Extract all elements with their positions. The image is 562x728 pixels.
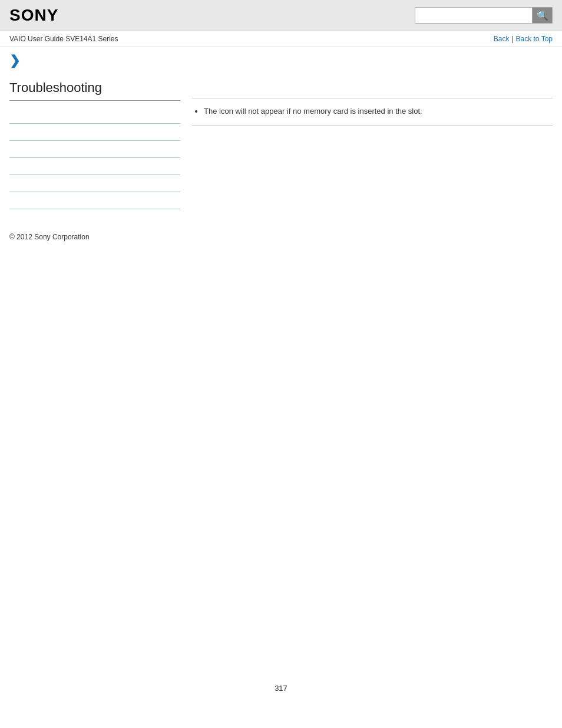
list-item <box>9 141 180 158</box>
list-item <box>9 158 180 175</box>
search-input[interactable] <box>415 7 533 24</box>
sidebar-link-4[interactable] <box>9 163 11 171</box>
sidebar-link-1[interactable] <box>9 111 11 120</box>
copyright-text: © 2012 Sony Corporation <box>9 233 90 241</box>
list-item <box>9 107 180 124</box>
footer: © 2012 Sony Corporation <box>0 221 562 247</box>
list-item <box>9 124 180 141</box>
list-item <box>9 175 180 192</box>
guide-title: VAIO User Guide SVE14A1 Series <box>9 35 118 43</box>
chevron-icon[interactable]: ❯ <box>9 53 20 68</box>
content-bottom-divider <box>192 125 553 126</box>
sidebar-link-3[interactable] <box>9 146 11 154</box>
page-number-area: 317 <box>0 672 562 704</box>
back-to-top-link[interactable]: Back to Top <box>516 35 553 43</box>
nav-links: Back | Back to Top <box>494 35 553 43</box>
bullet-list: The icon will not appear if no memory ca… <box>192 106 553 118</box>
search-button[interactable]: 🔍 <box>533 7 553 24</box>
sidebar-link-5[interactable] <box>9 180 11 188</box>
list-item: The icon will not appear if no memory ca… <box>204 106 553 118</box>
sidebar-section-title: Troubleshooting <box>9 80 180 101</box>
nav-bar: VAIO User Guide SVE14A1 Series Back | Ba… <box>0 31 562 47</box>
sidebar: Troubleshooting <box>9 80 180 209</box>
nav-separator: | <box>511 35 513 43</box>
header-search-area: 🔍 <box>415 7 553 24</box>
chevron-area: ❯ <box>0 47 562 68</box>
list-item <box>9 192 180 209</box>
sidebar-link-6[interactable] <box>9 197 11 205</box>
sony-logo: SONY <box>9 6 58 25</box>
header: SONY 🔍 <box>0 0 562 31</box>
back-link[interactable]: Back <box>494 35 510 43</box>
content-area: The icon will not appear if no memory ca… <box>192 80 553 209</box>
page-number: 317 <box>275 684 287 693</box>
search-icon: 🔍 <box>537 10 548 21</box>
sidebar-link-2[interactable] <box>9 129 11 137</box>
content-top-divider <box>192 98 553 98</box>
main-content: Troubleshooting The icon will not appear… <box>0 68 562 221</box>
